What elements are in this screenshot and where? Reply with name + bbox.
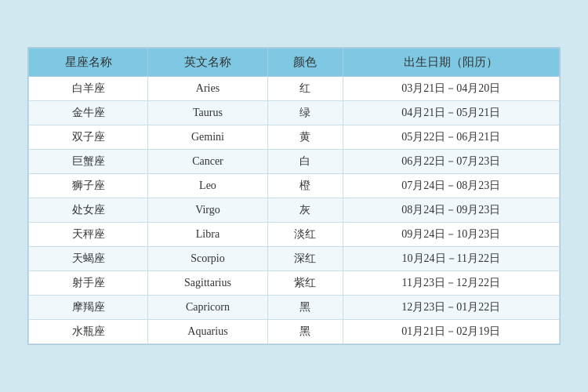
table-header-row: 星座名称英文名称颜色出生日期（阳历）	[29, 49, 560, 77]
table-row: 双子座Gemini黄05月22日－06月21日	[29, 125, 560, 150]
table-cell-7-1: Scorpio	[148, 247, 267, 271]
table-cell-7-3: 10月24日－11月22日	[343, 247, 559, 271]
table-cell-3-0: 巨蟹座	[29, 150, 148, 174]
table-cell-6-0: 天秤座	[29, 223, 148, 247]
table-row: 射手座Sagittarius紫红11月23日－12月22日	[29, 271, 560, 296]
table-row: 金牛座Taurus绿04月21日－05月21日	[29, 101, 560, 125]
table-row: 狮子座Leo橙07月24日－08月23日	[29, 174, 560, 198]
table-cell-6-2: 淡红	[267, 223, 343, 247]
table-cell-0-3: 03月21日－04月20日	[343, 77, 559, 101]
table-cell-8-0: 射手座	[29, 271, 148, 296]
table-cell-2-0: 双子座	[29, 125, 148, 150]
column-header-2: 颜色	[267, 49, 343, 77]
zodiac-table: 星座名称英文名称颜色出生日期（阳历） 白羊座Aries红03月21日－04月20…	[28, 48, 560, 344]
column-header-1: 英文名称	[148, 49, 267, 77]
table-cell-4-0: 狮子座	[29, 174, 148, 198]
table-row: 处女座Virgo灰08月24日－09月23日	[29, 198, 560, 223]
table-cell-9-3: 12月23日－01月22日	[343, 296, 559, 320]
table-cell-2-1: Gemini	[148, 125, 267, 150]
table-cell-8-3: 11月23日－12月22日	[343, 271, 559, 296]
table-cell-2-2: 黄	[267, 125, 343, 150]
table-row: 摩羯座Capricorn黑12月23日－01月22日	[29, 296, 560, 320]
table-row: 天秤座Libra淡红09月24日－10月23日	[29, 223, 560, 247]
table-cell-1-2: 绿	[267, 101, 343, 125]
table-cell-10-2: 黑	[267, 320, 343, 344]
table-cell-8-1: Sagittarius	[148, 271, 267, 296]
table-cell-5-3: 08月24日－09月23日	[343, 198, 559, 223]
table-cell-9-0: 摩羯座	[29, 296, 148, 320]
zodiac-table-container: 星座名称英文名称颜色出生日期（阳历） 白羊座Aries红03月21日－04月20…	[27, 47, 561, 345]
table-row: 白羊座Aries红03月21日－04月20日	[29, 77, 560, 101]
table-cell-9-2: 黑	[267, 296, 343, 320]
table-row: 天蝎座Scorpio深红10月24日－11月22日	[29, 247, 560, 271]
table-cell-0-2: 红	[267, 77, 343, 101]
table-cell-10-0: 水瓶座	[29, 320, 148, 344]
table-cell-1-1: Taurus	[148, 101, 267, 125]
table-cell-2-3: 05月22日－06月21日	[343, 125, 559, 150]
table-cell-9-1: Capricorn	[148, 296, 267, 320]
table-cell-5-2: 灰	[267, 198, 343, 223]
table-cell-6-1: Libra	[148, 223, 267, 247]
table-cell-3-2: 白	[267, 150, 343, 174]
table-cell-3-1: Cancer	[148, 150, 267, 174]
table-cell-3-3: 06月22日－07月23日	[343, 150, 559, 174]
table-cell-0-0: 白羊座	[29, 77, 148, 101]
table-cell-1-3: 04月21日－05月21日	[343, 101, 559, 125]
table-row: 巨蟹座Cancer白06月22日－07月23日	[29, 150, 560, 174]
table-cell-10-1: Aquarius	[148, 320, 267, 344]
table-cell-6-3: 09月24日－10月23日	[343, 223, 559, 247]
table-cell-7-2: 深红	[267, 247, 343, 271]
table-cell-4-2: 橙	[267, 174, 343, 198]
table-cell-10-3: 01月21日－02月19日	[343, 320, 559, 344]
table-cell-0-1: Aries	[148, 77, 267, 101]
column-header-0: 星座名称	[29, 49, 148, 77]
table-cell-5-0: 处女座	[29, 198, 148, 223]
table-cell-5-1: Virgo	[148, 198, 267, 223]
table-cell-1-0: 金牛座	[29, 101, 148, 125]
table-cell-4-1: Leo	[148, 174, 267, 198]
table-cell-8-2: 紫红	[267, 271, 343, 296]
column-header-3: 出生日期（阳历）	[343, 49, 559, 77]
table-row: 水瓶座Aquarius黑01月21日－02月19日	[29, 320, 560, 344]
table-cell-7-0: 天蝎座	[29, 247, 148, 271]
table-cell-4-3: 07月24日－08月23日	[343, 174, 559, 198]
